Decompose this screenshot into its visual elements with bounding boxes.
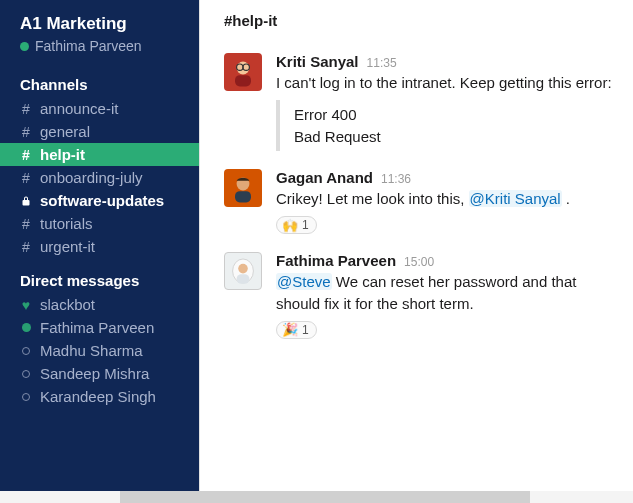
avatar[interactable] (224, 252, 262, 290)
main-pane: #help-it Kriti Sanyal 11:35 I can't log … (199, 0, 633, 503)
channels-heading: Channels (0, 62, 199, 97)
workspace-name: A1 Marketing (20, 14, 183, 34)
channel-list: # announce-it # general # help-it # onbo… (0, 97, 199, 258)
lock-icon (20, 195, 32, 207)
error-line: Error 400 (294, 104, 617, 126)
dm-name: slackbot (40, 296, 95, 313)
current-user-status: Fathima Parveen (20, 38, 183, 54)
channel-name: help-it (40, 146, 85, 163)
error-line: Bad Request (294, 126, 617, 148)
svg-rect-8 (237, 274, 250, 284)
heart-icon: ♥ (20, 297, 32, 313)
presence-away-icon (20, 370, 32, 378)
channel-title[interactable]: #help-it (200, 0, 633, 39)
reaction-button[interactable]: 🙌 1 (276, 216, 317, 234)
sidebar: A1 Marketing Fathima Parveen Channels # … (0, 0, 199, 503)
presence-away-icon (20, 393, 32, 401)
channel-name: announce-it (40, 100, 118, 117)
hash-icon: # (20, 216, 32, 232)
avatar[interactable] (224, 53, 262, 91)
presence-active-icon (20, 42, 29, 51)
sidebar-item-general[interactable]: # general (0, 120, 199, 143)
dm-list: ♥ slackbot Fathima Parveen Madhu Sharma … (0, 293, 199, 408)
message: Fathima Parveen 15:00 @Steve We can rese… (224, 244, 617, 349)
svg-rect-5 (235, 191, 251, 202)
dm-heading: Direct messages (0, 258, 199, 293)
workspace-header[interactable]: A1 Marketing Fathima Parveen (0, 0, 199, 62)
dm-item-sandeep[interactable]: Sandeep Mishra (0, 362, 199, 385)
message-timestamp: 11:35 (367, 56, 397, 70)
sidebar-item-urgent-it[interactable]: # urgent-it (0, 235, 199, 258)
dm-item-karandeep[interactable]: Karandeep Singh (0, 385, 199, 408)
hash-icon: # (20, 147, 32, 163)
message-text: Crikey! Let me look into this, @Kriti Sa… (276, 188, 617, 210)
message: Gagan Anand 11:36 Crikey! Let me look in… (224, 161, 617, 244)
message-timestamp: 11:36 (381, 172, 411, 186)
dm-name: Sandeep Mishra (40, 365, 149, 382)
hash-icon: # (20, 170, 32, 186)
sidebar-item-help-it[interactable]: # help-it (0, 143, 199, 166)
error-block: Error 400 Bad Request (276, 100, 617, 152)
dm-name: Karandeep Singh (40, 388, 156, 405)
party-popper-icon: 🎉 (282, 323, 298, 336)
reaction-count: 1 (302, 323, 309, 337)
dm-item-slackbot[interactable]: ♥ slackbot (0, 293, 199, 316)
sidebar-item-software-updates[interactable]: software-updates (0, 189, 199, 212)
presence-away-icon (20, 347, 32, 355)
message-text: @Steve We can reset her password and tha… (276, 271, 617, 315)
hash-icon: # (20, 124, 32, 140)
hash-icon: # (20, 101, 32, 117)
raised-hands-icon: 🙌 (282, 219, 298, 232)
dm-name: Madhu Sharma (40, 342, 143, 359)
message-author[interactable]: Fathima Parveen (276, 252, 396, 269)
presence-active-icon (20, 323, 32, 332)
message-list[interactable]: Kriti Sanyal 11:35 I can't log in to the… (200, 39, 633, 349)
channel-name: general (40, 123, 90, 140)
sidebar-item-onboarding-july[interactable]: # onboarding-july (0, 166, 199, 189)
message-author[interactable]: Gagan Anand (276, 169, 373, 186)
mention[interactable]: @Steve (276, 273, 332, 290)
current-user-name: Fathima Parveen (35, 38, 142, 54)
sidebar-item-tutorials[interactable]: # tutorials (0, 212, 199, 235)
svg-point-7 (238, 264, 248, 274)
dm-item-fathima[interactable]: Fathima Parveen (0, 316, 199, 339)
channel-name: software-updates (40, 192, 164, 209)
scrollbar-thumb[interactable] (120, 491, 530, 503)
reaction-count: 1 (302, 218, 309, 232)
channel-name: onboarding-july (40, 169, 143, 186)
horizontal-scrollbar[interactable] (0, 491, 633, 503)
channel-name: urgent-it (40, 238, 95, 255)
message-author[interactable]: Kriti Sanyal (276, 53, 359, 70)
svg-rect-1 (235, 75, 251, 86)
avatar[interactable] (224, 169, 262, 207)
mention[interactable]: @Kriti Sanyal (469, 190, 562, 207)
channel-name: tutorials (40, 215, 93, 232)
message-timestamp: 15:00 (404, 255, 434, 269)
hash-icon: # (20, 239, 32, 255)
sidebar-item-announce-it[interactable]: # announce-it (0, 97, 199, 120)
reaction-button[interactable]: 🎉 1 (276, 321, 317, 339)
dm-item-madhu[interactable]: Madhu Sharma (0, 339, 199, 362)
message: Kriti Sanyal 11:35 I can't log in to the… (224, 45, 617, 161)
dm-name: Fathima Parveen (40, 319, 154, 336)
message-text: I can't log in to the intranet. Keep get… (276, 72, 617, 94)
